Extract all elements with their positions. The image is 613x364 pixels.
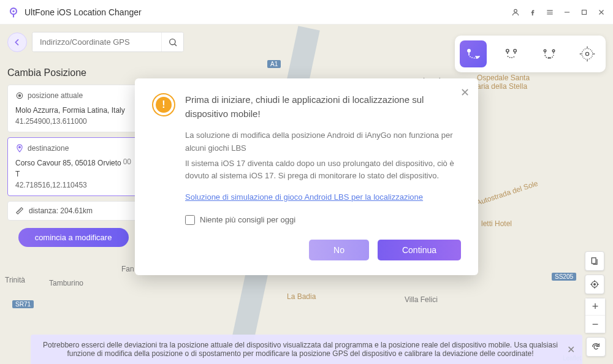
modal-no-button[interactable]: No (309, 240, 369, 260)
modal-body-1: La soluzione di modifica della posizione… (185, 129, 461, 155)
modal-title: Prima di iniziare, chiudi le applicazion… (185, 93, 461, 121)
modal-body-2: Il sistema iOS 17 diventa caldo dopo un … (185, 157, 461, 183)
warning-modal: ✕ ! Prima di iniziare, chiudi le applica… (135, 78, 478, 275)
modal-continue-button[interactable]: Continua (378, 240, 461, 260)
modal-overlay: ✕ ! Prima di iniziare, chiudi le applica… (0, 0, 613, 364)
modal-checkbox-label: Niente più consigli per oggi (200, 215, 295, 224)
modal-close-button[interactable]: ✕ (460, 86, 470, 99)
modal-link[interactable]: Soluzione di simulazione di gioco Androi… (185, 191, 423, 204)
modal-checkbox[interactable] (185, 215, 195, 225)
warning-icon: ! (152, 93, 175, 116)
modal-checkbox-row[interactable]: Niente più consigli per oggi (185, 215, 461, 225)
